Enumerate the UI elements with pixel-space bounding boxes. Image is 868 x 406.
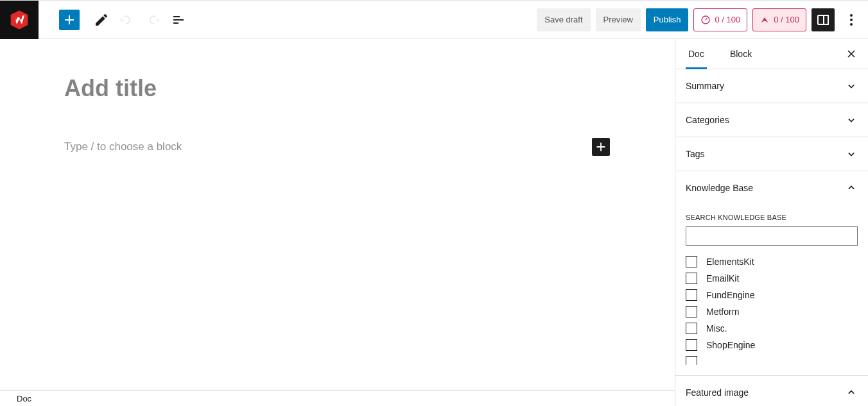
undo-icon bbox=[119, 12, 135, 28]
publish-button[interactable]: Publish bbox=[646, 8, 689, 31]
panel-kb-toggle[interactable]: Knowledge Base bbox=[675, 171, 868, 205]
inline-add-block-button[interactable] bbox=[592, 138, 610, 156]
undo-button[interactable] bbox=[116, 8, 139, 31]
sidebar-icon bbox=[815, 12, 831, 28]
editor-content: Add title Type / to choose a block bbox=[64, 39, 610, 156]
panel-kb-body: SEARCH KNOWLEDGE BASE ElementsKit EmailK… bbox=[675, 214, 868, 375]
topbar-right: Save draft Preview Publish 0 / 100 0 / 1… bbox=[537, 1, 868, 38]
panel-featured-image-toggle[interactable]: Featured image bbox=[675, 376, 868, 406]
chevron-down-icon bbox=[845, 80, 858, 92]
sidebar-toggle-button[interactable] bbox=[812, 8, 835, 31]
plus-icon bbox=[62, 12, 77, 28]
document-outline-button[interactable] bbox=[167, 8, 190, 31]
kb-search-label: SEARCH KNOWLEDGE BASE bbox=[686, 214, 858, 221]
panel-tags: Tags bbox=[675, 137, 868, 171]
kb-item-label: Misc. bbox=[706, 323, 727, 334]
kb-checkbox[interactable] bbox=[686, 339, 697, 351]
chevron-up-icon bbox=[845, 182, 858, 194]
kb-checkbox[interactable] bbox=[686, 289, 697, 301]
kb-item-label bbox=[706, 357, 709, 365]
chevron-down-icon bbox=[845, 114, 858, 126]
svg-point-6 bbox=[850, 23, 853, 26]
svg-marker-0 bbox=[11, 10, 28, 29]
app-logo[interactable] bbox=[0, 1, 39, 39]
kb-item-label: FundEngine bbox=[706, 290, 755, 300]
post-title-input[interactable]: Add title bbox=[64, 74, 610, 102]
panel-knowledge-base: Knowledge Base SEARCH KNOWLEDGE BASE Ele… bbox=[675, 171, 868, 376]
kb-item[interactable]: ShopEngine bbox=[686, 337, 849, 353]
tab-block[interactable]: Block bbox=[725, 39, 757, 69]
kb-checkbox[interactable] bbox=[686, 273, 697, 284]
svg-rect-3 bbox=[824, 15, 828, 24]
edit-tool-button[interactable] bbox=[90, 8, 113, 31]
panel-tags-toggle[interactable]: Tags bbox=[675, 137, 868, 171]
panel-summary-title: Summary bbox=[686, 81, 724, 91]
topbar-left bbox=[0, 1, 190, 38]
settings-sidebar: Doc Block Summary Categories bbox=[675, 39, 868, 406]
kb-item[interactable]: Metform bbox=[686, 303, 849, 320]
close-icon bbox=[845, 47, 858, 60]
preview-button[interactable]: Preview bbox=[596, 8, 641, 31]
panel-tags-title: Tags bbox=[686, 149, 705, 159]
panel-categories: Categories bbox=[675, 103, 868, 137]
tab-doc[interactable]: Doc bbox=[683, 39, 709, 69]
panel-featured-image: Featured image bbox=[675, 376, 868, 406]
panel-categories-toggle[interactable]: Categories bbox=[675, 103, 868, 137]
seo-score-b-value: 0 / 100 bbox=[774, 15, 799, 24]
panel-featured-image-title: Featured image bbox=[686, 387, 749, 398]
outline-icon bbox=[171, 12, 186, 28]
kb-item-label: Metform bbox=[706, 307, 739, 317]
chevron-up-icon bbox=[845, 386, 858, 399]
sidebar-tabs: Doc Block bbox=[675, 39, 868, 69]
panel-summary-toggle[interactable]: Summary bbox=[675, 69, 868, 103]
redo-icon bbox=[145, 12, 161, 28]
kebab-icon bbox=[844, 12, 859, 28]
kb-checkbox[interactable] bbox=[686, 256, 697, 267]
redo-button[interactable] bbox=[141, 8, 164, 31]
kb-checkbox[interactable] bbox=[686, 323, 697, 334]
save-draft-button[interactable]: Save draft bbox=[537, 8, 590, 31]
kb-checkbox[interactable] bbox=[686, 306, 697, 317]
editor-area: Add title Type / to choose a block Doc bbox=[0, 39, 675, 406]
kb-item-label: ElementsKit bbox=[706, 257, 754, 267]
kb-item[interactable]: EmailKit bbox=[686, 270, 849, 287]
plus-icon bbox=[594, 140, 608, 154]
kb-item-label: EmailKit bbox=[706, 273, 739, 283]
panel-categories-title: Categories bbox=[686, 115, 729, 125]
svg-point-5 bbox=[850, 19, 853, 21]
kb-item[interactable]: ElementsKit bbox=[686, 253, 849, 270]
target-icon bbox=[759, 15, 770, 25]
panel-list: Summary Categories Tags Knowledge Base bbox=[675, 69, 868, 406]
panel-kb-title: Knowledge Base bbox=[686, 183, 753, 193]
seo-score-a-value: 0 / 100 bbox=[715, 15, 740, 24]
kb-item[interactable]: FundEngine bbox=[686, 287, 849, 303]
breadcrumb[interactable]: Doc bbox=[17, 394, 31, 403]
kb-list[interactable]: ElementsKit EmailKit FundEngine Metform … bbox=[686, 253, 858, 365]
kb-list-wrap: ElementsKit EmailKit FundEngine Metform … bbox=[686, 253, 858, 365]
statusbar: Doc bbox=[0, 390, 675, 406]
kb-item-label: ShopEngine bbox=[706, 340, 755, 350]
chevron-down-icon bbox=[845, 148, 858, 160]
logo-icon bbox=[9, 10, 30, 30]
kb-item[interactable] bbox=[686, 353, 849, 365]
seo-score-b[interactable]: 0 / 100 bbox=[752, 8, 806, 31]
gauge-icon bbox=[700, 15, 711, 25]
top-bar: Save draft Preview Publish 0 / 100 0 / 1… bbox=[0, 0, 868, 39]
tool-icons bbox=[90, 8, 190, 31]
kb-checkbox[interactable] bbox=[686, 356, 697, 365]
close-sidebar-button[interactable] bbox=[840, 42, 863, 65]
more-options-button[interactable] bbox=[840, 8, 863, 31]
svg-point-4 bbox=[850, 14, 853, 17]
kb-search-input[interactable] bbox=[686, 226, 858, 246]
block-placeholder[interactable]: Type / to choose a block bbox=[64, 140, 592, 153]
add-block-button[interactable] bbox=[59, 10, 80, 30]
panel-summary: Summary bbox=[675, 69, 868, 103]
seo-score-a[interactable]: 0 / 100 bbox=[693, 8, 747, 31]
pencil-icon bbox=[94, 12, 109, 28]
default-block-row: Type / to choose a block bbox=[64, 138, 610, 156]
main-area: Add title Type / to choose a block Doc D… bbox=[0, 39, 868, 406]
kb-item[interactable]: Misc. bbox=[686, 320, 849, 337]
